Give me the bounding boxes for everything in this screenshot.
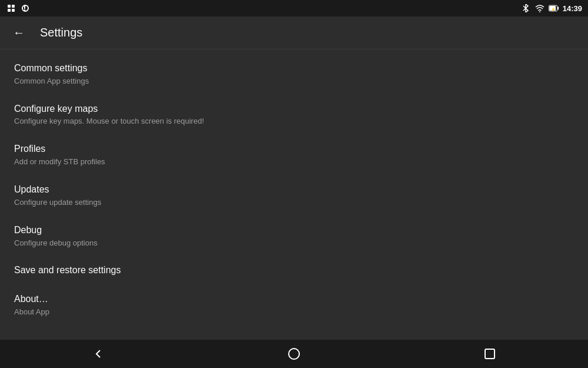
nav-bar — [0, 340, 588, 368]
status-bar: ⚡ 14:39 — [0, 0, 588, 16]
recents-nav-button[interactable] — [472, 340, 507, 368]
battery-icon: ⚡ — [549, 3, 559, 14]
clock: 14:39 — [563, 4, 582, 13]
settings-item-title-debug: Debug — [14, 224, 574, 237]
settings-item-title-configure-key-maps: Configure key maps — [14, 103, 574, 115]
settings-item-subtitle-profiles: Add or modify STB profiles — [14, 157, 574, 167]
status-bar-left — [6, 3, 31, 14]
status-bar-right: ⚡ 14:39 — [520, 3, 582, 14]
bluetooth-icon — [520, 3, 531, 14]
svg-rect-3 — [12, 9, 15, 12]
back-button[interactable]: ← — [9, 24, 28, 42]
settings-item-subtitle-debug: Configure debug options — [14, 238, 574, 248]
settings-item-profiles[interactable]: ProfilesAdd or modify STB profiles — [0, 135, 588, 175]
settings-item-title-updates: Updates — [14, 184, 574, 196]
settings-item-subtitle-updates: Configure update settings — [14, 198, 574, 208]
settings-item-configure-key-maps[interactable]: Configure key mapsConfigure key maps. Mo… — [0, 95, 588, 135]
home-nav-button[interactable] — [276, 340, 312, 368]
back-nav-button[interactable] — [81, 340, 116, 368]
svg-text:⚡: ⚡ — [550, 7, 555, 12]
svg-rect-0 — [8, 5, 11, 8]
settings-item-debug[interactable]: DebugConfigure debug options — [0, 216, 588, 257]
svg-rect-13 — [485, 349, 495, 359]
svg-rect-5 — [24, 6, 25, 9]
wifi-icon — [534, 3, 545, 14]
settings-item-title-about: About… — [14, 293, 574, 306]
app-bar: ← Settings — [0, 16, 588, 49]
svg-rect-1 — [12, 5, 15, 8]
app-icon-2 — [20, 3, 31, 14]
settings-item-updates[interactable]: UpdatesConfigure update settings — [0, 175, 588, 216]
svg-rect-6 — [24, 9, 25, 11]
settings-item-title-common-settings: Common settings — [14, 62, 574, 75]
svg-rect-2 — [8, 9, 11, 12]
settings-item-subtitle-common-settings: Common App settings — [14, 77, 574, 87]
settings-item-save-restore[interactable]: Save and restore settings — [0, 256, 588, 285]
settings-item-subtitle-about: About App — [14, 307, 574, 317]
settings-item-subtitle-configure-key-maps: Configure key maps. Mouse or touch scree… — [14, 117, 574, 127]
settings-item-title-save-restore: Save and restore settings — [14, 264, 574, 277]
svg-rect-9 — [557, 6, 559, 9]
app-icon-1 — [6, 3, 16, 14]
settings-item-title-profiles: Profiles — [14, 143, 574, 155]
svg-point-12 — [289, 349, 299, 359]
settings-item-common-settings[interactable]: Common settingsCommon App settings — [0, 54, 588, 95]
settings-list: Common settingsCommon App settingsConfig… — [0, 49, 588, 330]
svg-point-7 — [539, 11, 540, 12]
app-bar-title: Settings — [40, 26, 82, 39]
settings-item-about[interactable]: About…About App — [0, 285, 588, 326]
